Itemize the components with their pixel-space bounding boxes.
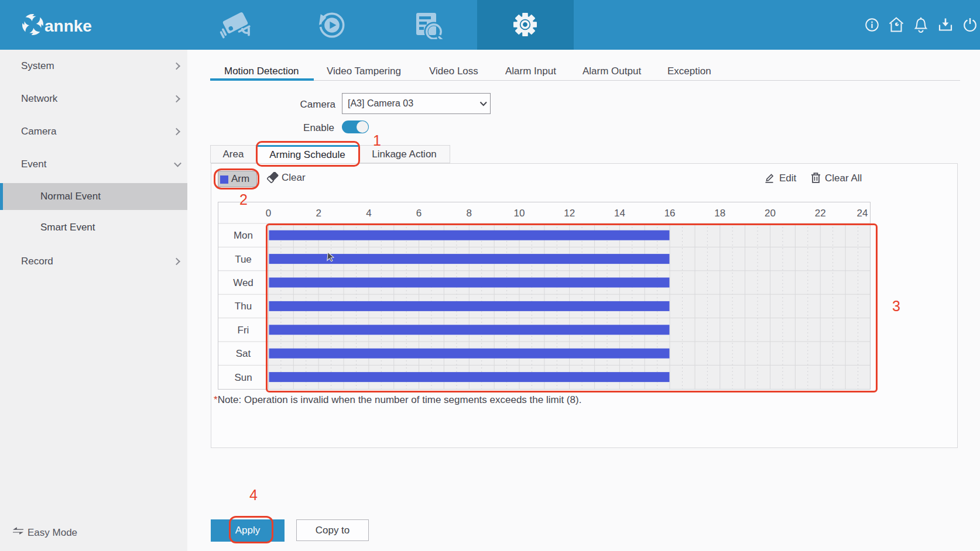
svg-text:Thu: Thu bbox=[235, 301, 252, 312]
svg-text:10: 10 bbox=[514, 208, 525, 219]
svg-text:Sat: Sat bbox=[236, 348, 251, 359]
svg-text:22: 22 bbox=[815, 208, 826, 219]
svg-text:2: 2 bbox=[316, 208, 321, 219]
svg-text:Wed: Wed bbox=[233, 277, 253, 288]
svg-text:Tue: Tue bbox=[235, 254, 252, 265]
svg-text:18: 18 bbox=[714, 208, 725, 219]
svg-text:Mon: Mon bbox=[234, 230, 253, 241]
svg-text:Fri: Fri bbox=[238, 325, 249, 336]
svg-text:20: 20 bbox=[765, 208, 776, 219]
svg-text:16: 16 bbox=[664, 208, 676, 219]
svg-text:Sun: Sun bbox=[234, 372, 252, 383]
svg-text:6: 6 bbox=[416, 208, 422, 219]
svg-text:8: 8 bbox=[467, 208, 472, 219]
svg-text:12: 12 bbox=[564, 208, 575, 219]
svg-text:14: 14 bbox=[614, 208, 625, 219]
svg-text:0: 0 bbox=[266, 208, 271, 219]
svg-text:4: 4 bbox=[366, 208, 371, 219]
svg-text:24: 24 bbox=[857, 208, 868, 219]
